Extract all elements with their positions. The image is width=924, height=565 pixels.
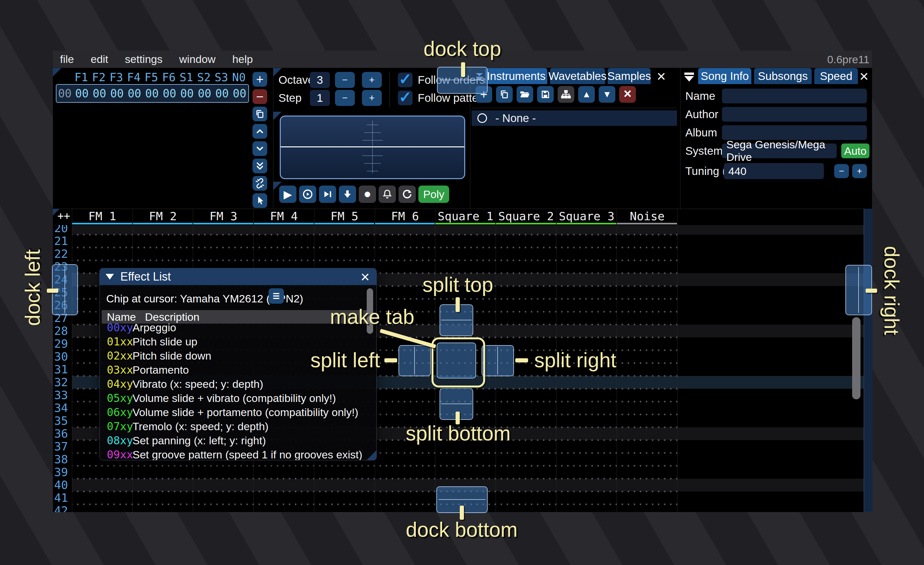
effect-row-01xx[interactable]: 01xxPitch slide up xyxy=(102,335,374,349)
channel-header-fm-5[interactable]: FM 5 xyxy=(314,209,375,225)
step-decrease-button[interactable]: − xyxy=(335,90,355,106)
instrument-move-down-button[interactable]: ▼ xyxy=(598,86,615,103)
channel-header-fm-2[interactable]: FM 2 xyxy=(132,209,193,225)
window-collapse-icon[interactable] xyxy=(105,274,114,279)
channel-header-fm-3[interactable]: FM 3 xyxy=(193,209,254,225)
instrument-list-item-none[interactable]: - None - xyxy=(472,110,677,126)
effect-row-07xy[interactable]: 07xyTremolo (x: speed; y: depth) xyxy=(102,419,374,433)
song-name-input[interactable] xyxy=(722,89,867,104)
tuning-increase-button[interactable]: + xyxy=(852,164,867,178)
system-auto-button[interactable]: Auto xyxy=(841,143,870,158)
song-author-input[interactable] xyxy=(722,107,867,122)
tab-speed[interactable]: Speed xyxy=(814,68,858,84)
order-add-button[interactable]: + xyxy=(252,72,267,87)
pattern-scrollbar[interactable] xyxy=(852,317,861,399)
order-cell-4[interactable]: 00 xyxy=(143,87,161,100)
play-button[interactable]: ▶ xyxy=(279,186,297,203)
channel-header-square-1[interactable]: Square 1 xyxy=(435,209,496,225)
tab-wavetables[interactable]: Wavetables xyxy=(550,68,605,84)
order-cell-5[interactable]: 00 xyxy=(161,87,178,100)
instrument-toggle-folders-button[interactable] xyxy=(558,86,574,103)
pattern-row-21[interactable]: 21 xyxy=(53,235,864,248)
menu-item-window[interactable]: window xyxy=(179,53,215,66)
order-channel-header-f2[interactable]: F2 xyxy=(90,71,108,84)
octave-decrease-button[interactable]: − xyxy=(335,72,355,88)
menu-item-edit[interactable]: edit xyxy=(90,53,108,66)
tab-song-info[interactable]: Song Info xyxy=(698,68,752,84)
play-to-cursor-button[interactable] xyxy=(319,186,336,203)
order-cell-2[interactable]: 00 xyxy=(108,87,126,100)
channel-header-fm-6[interactable]: FM 6 xyxy=(375,209,435,225)
effect-row-08xy[interactable]: 08xySet panning (x: left; y: right) xyxy=(102,433,374,448)
order-cell-0[interactable]: 00 xyxy=(73,87,91,100)
order-cell-1[interactable]: 00 xyxy=(91,87,108,100)
channel-header-square-3[interactable]: Square 3 xyxy=(556,209,617,225)
tuning-decrease-button[interactable]: − xyxy=(834,164,849,178)
menu-item-settings[interactable]: settings xyxy=(125,53,162,66)
order-row-selected[interactable]: 0000000000000000000000 xyxy=(56,84,249,103)
split-target-left[interactable] xyxy=(399,345,431,376)
order-cell-6[interactable]: 00 xyxy=(178,87,196,100)
order-channel-header-f6[interactable]: F6 xyxy=(160,71,178,84)
song-info-collapse-button[interactable] xyxy=(682,70,696,84)
effect-list-close-button[interactable]: × xyxy=(357,268,373,285)
play-from-start-button[interactable] xyxy=(299,186,316,203)
order-cell-3[interactable]: 00 xyxy=(126,87,143,100)
order-cell-7[interactable]: 00 xyxy=(196,87,213,100)
tab-samples[interactable]: Samples xyxy=(608,68,651,84)
instrument-save-button[interactable] xyxy=(537,86,554,103)
instrument-delete-button[interactable]: × xyxy=(619,86,636,103)
order-channel-header-s3[interactable]: S3 xyxy=(213,71,230,84)
add-channel-button[interactable]: ++ xyxy=(57,209,70,223)
step-value[interactable]: 1 xyxy=(310,90,330,106)
song-system-value[interactable]: Sega Genesis/Mega Drive xyxy=(722,143,837,158)
order-channel-header-f3[interactable]: F3 xyxy=(108,71,125,84)
follow-pattern-checkbox[interactable]: ✓ xyxy=(398,90,412,105)
tuning-input[interactable]: 440 xyxy=(724,163,824,179)
pattern-row-39[interactable]: 39 xyxy=(53,466,864,479)
order-remove-button[interactable]: − xyxy=(252,89,267,104)
channel-header-fm-4[interactable]: FM 4 xyxy=(254,209,314,225)
channel-header-noise[interactable]: Noise xyxy=(616,209,677,225)
instrument-move-up-button[interactable]: ▲ xyxy=(578,86,595,103)
split-target-right[interactable] xyxy=(482,345,514,376)
order-cell-9[interactable]: 00 xyxy=(231,87,248,100)
order-channel-header-f5[interactable]: F5 xyxy=(142,71,160,84)
order-duplicate-end-button[interactable] xyxy=(252,159,267,173)
effect-row-09xx[interactable]: 09xxSet groove pattern (speed 1 if no gr… xyxy=(102,448,374,460)
order-channel-header-f4[interactable]: F4 xyxy=(125,71,143,84)
window-resize-grip[interactable] xyxy=(367,451,376,460)
order-channel-header-s2[interactable]: S2 xyxy=(195,71,213,84)
channel-header-square-2[interactable]: Square 2 xyxy=(496,209,556,225)
poly-toggle-button[interactable]: Poly xyxy=(418,186,449,203)
step-one-row-button[interactable] xyxy=(339,186,356,203)
order-channel-header-n0[interactable]: N0 xyxy=(230,71,248,84)
effect-list-titlebar[interactable]: Effect List × xyxy=(100,268,376,285)
order-duplicate-button[interactable] xyxy=(252,107,267,121)
order-edit-mode-button[interactable] xyxy=(252,193,267,208)
instrument-open-button[interactable] xyxy=(516,86,533,103)
pattern-row-22[interactable]: 22 xyxy=(53,248,864,260)
effect-row-06xy[interactable]: 06xyVolume slide + portamento (compatibi… xyxy=(102,405,374,419)
tab-subsongs[interactable]: Subsongs xyxy=(754,68,812,84)
metronome-button[interactable] xyxy=(379,186,396,203)
order-channel-header-f1[interactable]: F1 xyxy=(72,71,90,84)
record-button[interactable]: ● xyxy=(359,186,376,203)
order-move-down-button[interactable] xyxy=(252,141,267,156)
channel-header-fm-1[interactable]: FM 1 xyxy=(72,209,132,225)
effect-row-04xy[interactable]: 04xyVibrato (x: speed; y: depth) xyxy=(102,377,374,391)
order-cell-8[interactable]: 00 xyxy=(213,87,231,100)
instrument-duplicate-button[interactable] xyxy=(496,86,513,103)
octave-increase-button[interactable]: + xyxy=(362,72,382,88)
order-change-mode-button[interactable] xyxy=(252,176,267,191)
pattern-row-20[interactable]: 20 xyxy=(53,225,864,235)
order-move-up-button[interactable] xyxy=(252,124,267,139)
song-info-close-button[interactable]: × xyxy=(856,68,872,84)
song-album-input[interactable] xyxy=(722,125,867,140)
menu-item-file[interactable]: file xyxy=(60,53,74,66)
order-channel-header-s1[interactable]: S1 xyxy=(178,71,195,84)
repeat-pattern-button[interactable] xyxy=(399,186,416,203)
octave-value[interactable]: 3 xyxy=(310,72,330,88)
instruments-close-button[interactable]: × xyxy=(653,68,669,84)
effect-row-05xy[interactable]: 05xyVolume slide + vibrato (compatibilit… xyxy=(102,391,374,405)
